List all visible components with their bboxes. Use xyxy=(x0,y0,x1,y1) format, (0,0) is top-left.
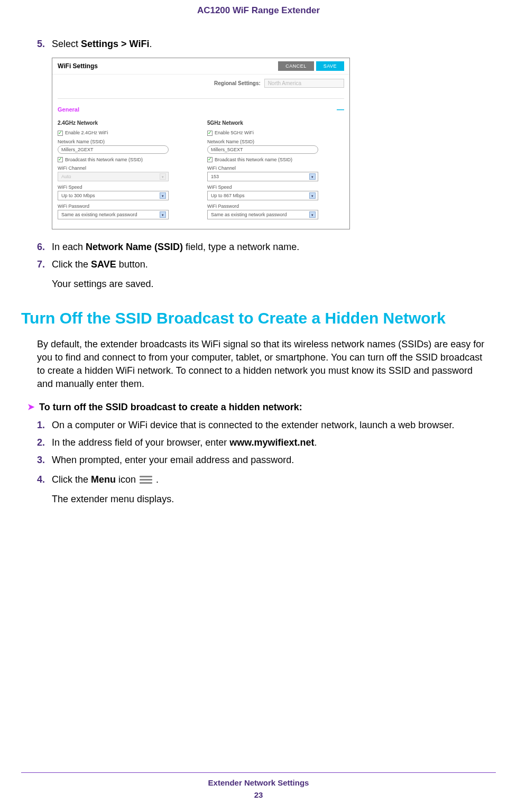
b-step-1: 1. On a computer or WiFi device that is … xyxy=(37,418,491,432)
b-step-2: 2. In the address field of your browser,… xyxy=(37,436,491,450)
b-step-2-t2: . xyxy=(315,437,317,448)
speed-5-select[interactable]: Up to 867 Mbps▾ xyxy=(207,191,318,200)
step-6-t1: In each xyxy=(52,242,86,252)
step-5-num: 5. xyxy=(37,37,52,51)
step-7-t2: button. xyxy=(116,259,148,270)
b-step-2-num: 2. xyxy=(37,436,52,450)
ssid-5-label: Network Name (SSID) xyxy=(207,139,254,144)
regional-settings-select[interactable]: North America xyxy=(264,79,344,88)
broadcast-5-checkbox[interactable] xyxy=(207,157,213,162)
b-step-4-t2: icon xyxy=(116,474,139,485)
pwd-24-value: Same as existing network password xyxy=(61,212,137,217)
b-step-4-t3: . xyxy=(153,474,159,485)
regional-settings-label: Regional Settings: xyxy=(214,80,261,86)
step-7-t1: Click the xyxy=(52,259,91,270)
enable-5ghz-label: Enable 5GHz WiFi xyxy=(215,130,254,135)
page-header: AC1200 WiF Range Extender xyxy=(21,0,496,37)
step-6-b1: Network Name (SSID) xyxy=(86,242,183,252)
broadcast-24-checkbox[interactable] xyxy=(58,157,63,162)
b-step-4: 4. Click the Menu icon . xyxy=(37,473,491,487)
pwd-24-label: WiFi Password xyxy=(58,204,89,209)
chevron-down-icon: ▾ xyxy=(309,211,316,218)
arrow-icon: ➤ xyxy=(27,402,39,413)
chevron-down-icon: ▾ xyxy=(160,211,166,218)
broadcast-5-label: Broadcast this Network name (SSID) xyxy=(215,157,292,162)
general-section-label: General xyxy=(58,106,79,113)
wifi-settings-screenshot: WiFi Settings CANCEL SAVE Regional Setti… xyxy=(52,58,350,229)
page-footer: Extender Network Settings 23 xyxy=(0,772,517,799)
footer-rule xyxy=(21,772,496,773)
procedure-heading: ➤ To turn off the SSID broadcast to crea… xyxy=(27,402,491,413)
footer-page-number: 23 xyxy=(0,790,517,799)
pwd-5-value: Same as existing network password xyxy=(211,212,287,217)
pwd-5-select[interactable]: Same as existing network password▾ xyxy=(207,210,318,219)
channel-24-select[interactable]: Auto▾ xyxy=(58,172,169,181)
step-5: 5. Select Settings > WiFi. xyxy=(37,37,491,51)
speed-5-value: Up to 867 Mbps xyxy=(211,193,245,198)
collapse-icon[interactable]: — xyxy=(337,105,344,114)
pwd-24-select[interactable]: Same as existing network password▾ xyxy=(58,210,169,219)
b-step-4-num: 4. xyxy=(37,473,52,487)
b-step-1-num: 1. xyxy=(37,418,52,432)
header-5ghz: 5GHz Network xyxy=(207,120,344,126)
pwd-5-label: WiFi Password xyxy=(207,204,239,209)
b-step-2-b1: www.mywifiext.net xyxy=(229,437,314,448)
broadcast-24-label: Broadcast this Network name (SSID) xyxy=(65,157,143,162)
ssid-24-input[interactable]: Millers_2GEXT xyxy=(58,145,169,154)
save-button[interactable]: SAVE xyxy=(316,61,344,71)
step-5-bold: Settings > WiFi xyxy=(81,39,149,49)
speed-24-select[interactable]: Up to 300 Mbps▾ xyxy=(58,191,169,200)
procedure-heading-text: To turn off the SSID broadcast to create… xyxy=(39,402,302,413)
ssid-5-input[interactable]: Millers_5GEXT xyxy=(207,145,318,154)
wifi-settings-title: WiFi Settings xyxy=(58,62,98,70)
b-step-3-text: When prompted, enter your email address … xyxy=(52,453,491,467)
b-step-4-t1: Click the xyxy=(52,474,91,485)
menu-icon xyxy=(140,474,152,485)
header-24ghz: 2.4GHz Network xyxy=(58,120,195,126)
step-6: 6. In each Network Name (SSID) field, ty… xyxy=(37,240,491,254)
column-5ghz: 5GHz Network Enable 5GHz WiFi Network Na… xyxy=(207,120,344,223)
step-6-num: 6. xyxy=(37,240,52,254)
channel-5-label: WiFi Channel xyxy=(207,165,236,171)
speed-24-label: WiFi Speed xyxy=(58,184,82,190)
section-paragraph: By default, the extender broadcasts its … xyxy=(37,338,491,391)
step-5-text-2: . xyxy=(149,39,152,49)
b-step-2-t1: In the address field of your browser, en… xyxy=(52,437,229,448)
channel-5-select[interactable]: 153▾ xyxy=(207,172,318,181)
chevron-down-icon: ▾ xyxy=(160,192,166,199)
chevron-down-icon: ▾ xyxy=(309,173,316,180)
step-5-text-1: Select xyxy=(52,39,81,49)
chevron-down-icon: ▾ xyxy=(160,173,166,180)
channel-5-value: 153 xyxy=(211,174,219,179)
enable-24ghz-checkbox[interactable] xyxy=(58,131,63,136)
b-step-4-b1: Menu xyxy=(91,474,116,485)
speed-5-label: WiFi Speed xyxy=(207,184,232,190)
channel-24-value: Auto xyxy=(61,174,71,179)
step-6-t2: field, type a network name. xyxy=(183,242,299,252)
footer-title: Extender Network Settings xyxy=(0,778,517,787)
enable-24ghz-label: Enable 2.4GHz WiFi xyxy=(65,130,108,135)
step-7-num: 7. xyxy=(37,257,52,272)
section-heading: Turn Off the SSID Broadcast to Create a … xyxy=(21,308,491,328)
step-7-b1: SAVE xyxy=(91,259,116,270)
speed-24-value: Up to 300 Mbps xyxy=(61,193,95,198)
b-step-3-num: 3. xyxy=(37,453,52,467)
cancel-button[interactable]: CANCEL xyxy=(278,61,314,71)
chevron-down-icon: ▾ xyxy=(309,192,316,199)
step-7: 7. Click the SAVE button. xyxy=(37,257,491,272)
step-7-note: Your settings are saved. xyxy=(52,277,491,291)
enable-5ghz-checkbox[interactable] xyxy=(207,131,213,136)
b-step-1-text: On a computer or WiFi device that is con… xyxy=(52,418,491,432)
column-24ghz: 2.4GHz Network Enable 2.4GHz WiFi Networ… xyxy=(58,120,195,223)
channel-24-label: WiFi Channel xyxy=(58,165,86,171)
b-step-3: 3. When prompted, enter your email addre… xyxy=(37,453,491,467)
ssid-24-label: Network Name (SSID) xyxy=(58,139,105,144)
b-step-4-note: The extender menu displays. xyxy=(52,492,491,506)
